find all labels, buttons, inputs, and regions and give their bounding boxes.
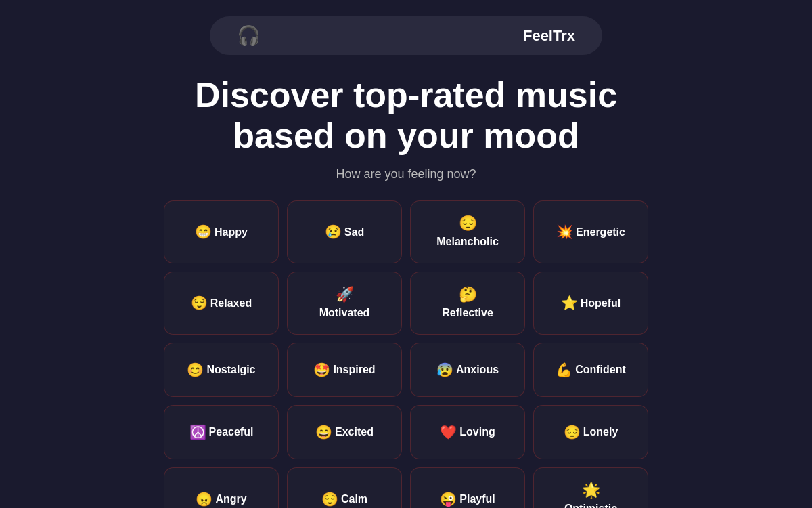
- mood-label: Motivated: [319, 306, 370, 319]
- mood-button-sad[interactable]: 😢 Sad: [287, 200, 402, 263]
- mood-button-loving[interactable]: ❤️ Loving: [410, 405, 525, 459]
- mood-emoji: 😢: [325, 225, 342, 238]
- mood-button-optimistic[interactable]: 🌟 Optimistic: [533, 467, 648, 508]
- mood-emoji: 😁: [195, 225, 212, 238]
- mood-label: Anxious: [456, 363, 499, 376]
- mood-button-anxious[interactable]: 😰 Anxious: [410, 343, 525, 397]
- header: 🎧 FeelTrx: [0, 0, 812, 68]
- mood-label: Nostalgic: [206, 363, 255, 376]
- mood-button-energetic[interactable]: 💥 Energetic: [533, 200, 648, 263]
- mood-label: Angry: [215, 492, 246, 505]
- mood-emoji: 🤔: [459, 287, 477, 302]
- mood-label: Confident: [575, 363, 626, 376]
- mood-emoji: 😊: [187, 363, 204, 377]
- mood-button-peaceful[interactable]: ☮️ Peaceful: [164, 405, 279, 459]
- mood-emoji: 😠: [196, 492, 212, 506]
- mood-label: Sad: [344, 226, 364, 238]
- mood-grid: 😁 Happy 😢 Sad 😔 Melancholic 💥 Energetic …: [0, 194, 812, 508]
- mood-label: Excited: [335, 425, 374, 438]
- mood-label: Melancholic: [436, 235, 499, 248]
- mood-button-inspired[interactable]: 🤩 Inspired: [287, 343, 402, 397]
- mood-emoji: 💪: [556, 363, 572, 377]
- mood-emoji: 🌟: [582, 483, 600, 498]
- mood-button-angry[interactable]: 😠 Angry: [164, 467, 279, 508]
- mood-label: Happy: [215, 226, 248, 238]
- mood-emoji: 😌: [191, 296, 208, 310]
- mood-label: Reflective: [442, 306, 493, 319]
- mood-emoji: 💥: [556, 225, 573, 238]
- mood-emoji: 😔: [564, 425, 581, 439]
- mood-label: Hopeful: [581, 297, 621, 310]
- mood-button-happy[interactable]: 😁 Happy: [164, 200, 279, 263]
- page-title: Discover top-rated music based on your m…: [169, 75, 643, 156]
- mood-label: Relaxed: [210, 297, 252, 310]
- mood-emoji: ⭐: [561, 296, 578, 310]
- mood-button-relaxed[interactable]: 😌 Relaxed: [164, 272, 279, 335]
- mood-label: Lonely: [583, 425, 618, 438]
- logo-bar: 🎧 FeelTrx: [210, 16, 602, 55]
- mood-label: Optimistic: [564, 502, 617, 508]
- mood-emoji: 😄: [315, 425, 332, 439]
- mood-button-reflective[interactable]: 🤔 Reflective: [410, 272, 525, 335]
- mood-button-nostalgic[interactable]: 😊 Nostalgic: [164, 343, 279, 397]
- mood-button-calm[interactable]: 😌 Calm: [287, 467, 402, 508]
- hero-section: Discover top-rated music based on your m…: [0, 68, 812, 194]
- mood-emoji: 🤩: [313, 363, 330, 377]
- mood-emoji: 🚀: [336, 287, 354, 302]
- headphones-icon: 🎧: [237, 24, 261, 47]
- mood-emoji: 😰: [436, 363, 453, 377]
- mood-emoji: 😜: [440, 492, 457, 506]
- mood-button-excited[interactable]: 😄 Excited: [287, 405, 402, 459]
- mood-button-motivated[interactable]: 🚀 Motivated: [287, 272, 402, 335]
- mood-emoji: 😔: [459, 216, 477, 231]
- mood-emoji: ☮️: [189, 425, 206, 439]
- mood-label: Inspired: [333, 363, 375, 376]
- mood-button-melancholic[interactable]: 😔 Melancholic: [410, 200, 525, 263]
- mood-label: Peaceful: [209, 425, 254, 438]
- hero-subtitle: How are you feeling now?: [0, 167, 812, 182]
- mood-emoji: 😌: [321, 492, 338, 506]
- mood-label: Loving: [459, 425, 495, 438]
- mood-button-hopeful[interactable]: ⭐ Hopeful: [533, 272, 648, 335]
- app-title: FeelTrx: [523, 27, 575, 45]
- mood-label: Energetic: [576, 226, 625, 238]
- mood-button-confident[interactable]: 💪 Confident: [533, 343, 648, 397]
- mood-emoji: ❤️: [440, 425, 457, 439]
- mood-label: Calm: [341, 492, 367, 505]
- mood-button-playful[interactable]: 😜 Playful: [410, 467, 525, 508]
- mood-button-lonely[interactable]: 😔 Lonely: [533, 405, 648, 459]
- mood-label: Playful: [459, 492, 495, 505]
